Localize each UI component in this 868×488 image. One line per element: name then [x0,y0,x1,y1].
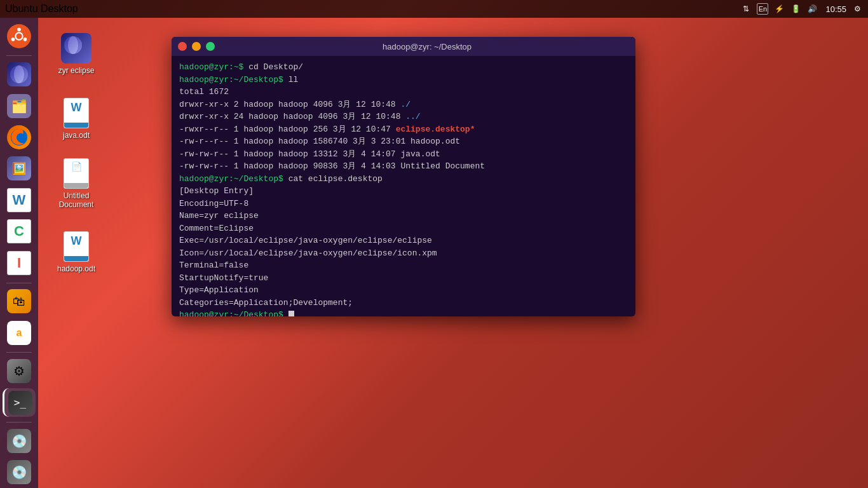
hadoop-odt-label: hadoop.odt [57,264,95,273]
prompt-3: hadoop@zyr:~/Desktop$ [179,174,288,184]
terminal-window: hadoop@zyr: ~/Desktop hadoop@zyr:~$ cd D… [172,37,635,316]
calc-icon: C [7,219,31,243]
terminal-line-19: Type=Application [179,284,628,297]
untitled-doc-icon: 📄 [61,158,92,189]
hadoop-odt-icon: W [61,231,92,262]
terminal-line-20: Categories=Application;Development; [179,297,628,309]
launcher-item-settings[interactable]: ⚙ [3,356,36,385]
desktop-icon-hadoop-odt[interactable]: W hadoop.odt [48,229,105,276]
terminal-line-5: drwxr-xr-x 24 hadoop hadoop 4096 3月 12 1… [179,111,628,123]
terminal-line-11: [Desktop Entry] [179,185,628,198]
launcher-divider-4 [6,422,32,423]
topbar: Ubuntu Desktop ⇅ En ⚡ 🔋 🔊 10:55 ⚙ [0,0,868,18]
terminal-title: hadoop@zyr: ~/Desktop [225,42,629,51]
disk1-icon: 💿 [7,429,31,453]
launcher-item-writer[interactable]: W [3,186,36,214]
settings-icon: ⚙ [7,359,31,383]
launcher-item-appstore[interactable]: 🛍 [3,287,36,316]
terminal-line-8: -rw-rw-r-- 1 hadoop hadoop 13312 3月 4 14… [179,148,628,161]
svg-point-2 [17,27,21,31]
terminal-line-6: -rwxr--r-- 1 hadoop hadoop 256 3月 12 10:… [179,123,628,136]
desktop-icon-eclipse[interactable]: zyr eclipse [48,30,105,78]
image-viewer-icon: 🖼️ [7,156,31,180]
files-icon: 🗂️ [7,94,31,118]
bluetooth-icon[interactable]: ⚡ [773,3,785,15]
firefox-icon [7,125,31,149]
launcher-item-terminal[interactable]: >_ [3,388,36,417]
launcher-divider-2 [6,283,32,283]
terminal-line-3: total 1672 [179,86,628,98]
launcher-item-firefox[interactable] [3,123,36,151]
eclipse-desktop-label: zyr eclipse [58,66,95,75]
cmd-3: cat eclipse.desktop [288,174,383,184]
launcher-item-image-viewer[interactable]: 🖼️ [3,154,36,183]
svg-point-3 [24,37,27,41]
launcher-divider-1 [6,55,32,56]
terminal-line-12: Encoding=UTF-8 [179,198,628,210]
launcher-item-eclipse[interactable] [3,60,36,88]
window-maximize-button[interactable] [206,42,215,51]
launcher-item-disk2[interactable]: 💿 [3,458,36,487]
launcher-item-files[interactable]: 🗂️ [3,92,36,120]
prompt-final: hadoop@zyr:~/Desktop$ [179,310,288,316]
terminal-line-16: Icon=/usr/local/eclipse/java-oxygen/ecli… [179,247,628,260]
launcher-item-calc[interactable]: C [3,217,36,246]
clock: 10:55 [825,4,846,14]
terminal-line-17: Terminal=false [179,259,628,272]
cmd-1: cd Desktop/ [248,62,303,72]
launcher-item-ubuntu[interactable] [3,22,36,50]
desktop-icon-java-odt[interactable]: W java.odt [48,95,105,142]
writer-icon: W [7,188,31,212]
terminal-line-21: hadoop@zyr:~/Desktop$ [179,309,628,316]
terminal-line-7: -rw-r--r-- 1 hadoop hadoop 1586740 3月 3 … [179,135,628,148]
java-odt-icon: W [61,98,92,128]
eclipse-icon [7,62,31,86]
appstore-icon: 🛍 [7,289,31,313]
disk2-icon: 💿 [7,460,31,484]
cmd-2: ll [288,75,299,85]
topbar-right: ⇅ En ⚡ 🔋 🔊 10:55 ⚙ [740,3,863,15]
prompt-1: hadoop@zyr:~$ [179,62,248,72]
terminal-line-18: StartupNotify=true [179,272,628,285]
window-minimize-button[interactable] [192,42,201,51]
power-icon[interactable]: ⚙ [851,3,863,15]
cursor [288,311,294,316]
launcher-item-amazon[interactable]: a [3,318,36,347]
terminal-body[interactable]: hadoop@zyr:~$ cd Desktop/ hadoop@zyr:~/D… [172,56,635,316]
launcher-divider-3 [6,352,32,353]
impress-icon: I [7,251,31,275]
prompt-2: hadoop@zyr:~/Desktop$ [179,75,288,85]
terminal-line-1: hadoop@zyr:~$ cd Desktop/ [179,61,628,74]
terminal-launcher-icon: >_ [8,391,32,415]
launcher-item-disk1[interactable]: 💿 [3,426,36,455]
volume-icon[interactable]: 🔊 [806,3,818,15]
desktop-icon-untitled[interactable]: 📄 Untitled Document [48,156,105,212]
terminal-line-4: drwxr-xr-x 2 hadoop hadoop 4096 3月 12 10… [179,98,628,111]
terminal-line-14: Comment=Eclipse [179,222,628,235]
battery-icon[interactable]: 🔋 [790,3,801,15]
untitled-doc-label: Untitled Document [50,191,102,209]
terminal-line-2: hadoop@zyr:~/Desktop$ ll [179,74,628,86]
terminal-line-15: Exec=/usr/local/eclipse/java-oxygen/ecli… [179,234,628,247]
terminal-line-9: -rw-rw-r-- 1 hadoop hadoop 90836 3月 4 14… [179,160,628,173]
window-close-button[interactable] [178,42,187,51]
svg-point-4 [11,37,15,41]
terminal-line-10: hadoop@zyr:~/Desktop$ cat eclipse.deskto… [179,173,628,186]
topbar-title: Ubuntu Desktop [5,3,78,15]
terminal-line-13: Name=zyr eclipse [179,210,628,222]
launcher: 🗂️ 🖼️ W C I 🛍 a [0,18,38,488]
launcher-item-impress[interactable]: I [3,248,36,277]
eclipse-desktop-icon [61,33,92,64]
java-odt-label: java.odt [63,131,90,140]
transfer-icon[interactable]: ⇅ [740,3,752,15]
amazon-icon: a [7,321,31,345]
terminal-titlebar: hadoop@zyr: ~/Desktop [172,37,635,56]
ubuntu-logo-icon [7,24,31,48]
keyboard-layout[interactable]: En [757,3,768,15]
